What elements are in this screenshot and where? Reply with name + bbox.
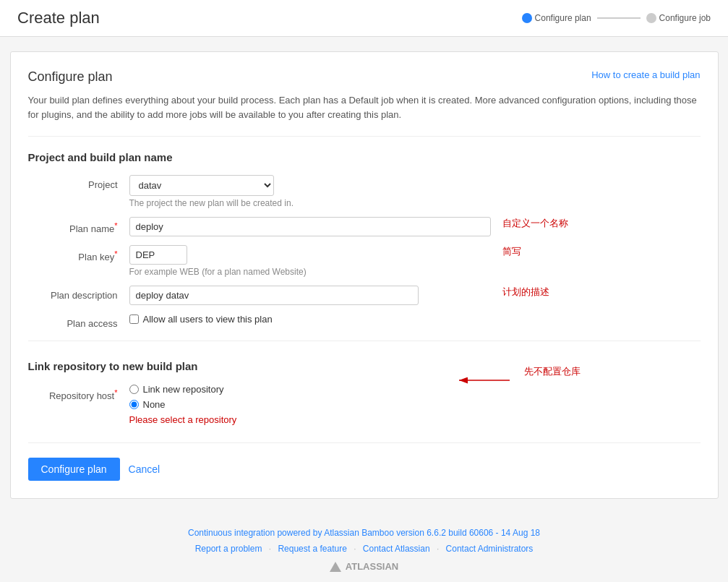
annotation-description: 计划的描述 xyxy=(502,286,549,299)
plan-access-label: Plan access xyxy=(28,314,129,329)
project-section-title: Project and build plan name xyxy=(28,151,701,163)
page-title: Create plan xyxy=(17,9,100,27)
plan-key-required: * xyxy=(114,249,117,258)
project-hint: The project the new plan will be created… xyxy=(129,198,491,208)
cancel-button[interactable]: Cancel xyxy=(129,463,160,475)
plan-name-required: * xyxy=(114,221,117,230)
radio-link-new-input[interactable] xyxy=(129,385,139,394)
plan-key-input[interactable] xyxy=(129,245,187,265)
radio-link-new-label: Link new repository xyxy=(143,384,224,395)
wizard-step-1: Configure plan xyxy=(522,13,591,23)
footer-request-feature[interactable]: Request a feature xyxy=(278,544,346,554)
separator2: · xyxy=(354,544,356,554)
repo-host-required: * xyxy=(114,388,117,397)
footer-report-problem[interactable]: Report a problem xyxy=(195,544,262,554)
wizard-step-2: Configure job xyxy=(646,13,711,23)
footer-links: Report a problem · Request a feature · C… xyxy=(14,544,714,554)
configure-plan-button[interactable]: Configure plan xyxy=(28,458,120,481)
step-connector xyxy=(597,17,641,19)
plan-access-checkbox[interactable] xyxy=(129,314,139,324)
radio-none: None xyxy=(129,399,491,410)
radio-none-input[interactable] xyxy=(129,400,139,409)
section-header: Configure plan How to create a build pla… xyxy=(28,69,701,85)
plan-description-control-wrap xyxy=(129,286,491,305)
plan-key-hint: For example WEB (for a plan named Websit… xyxy=(129,267,491,277)
step2-label: Configure job xyxy=(659,13,711,23)
project-select[interactable]: datav xyxy=(129,175,274,196)
footer-powered-by: Continuous integration powered by Atlass… xyxy=(14,528,714,538)
separator1: · xyxy=(269,544,271,554)
plan-access-row: Plan access Allow all users to view this… xyxy=(28,314,701,329)
step1-dot xyxy=(522,13,532,23)
wizard-steps: Configure plan Configure job xyxy=(522,13,711,23)
annotation-repo: 先不配置仓库 xyxy=(524,365,581,378)
plan-description-label: Plan description xyxy=(28,286,129,301)
repository-host-row: Repository host* Link new repository Non… xyxy=(28,384,701,425)
radio-link-new: Link new repository xyxy=(129,384,491,395)
radio-none-label: None xyxy=(143,399,166,410)
step2-dot xyxy=(646,13,656,23)
step1-label: Configure plan xyxy=(535,13,591,23)
repo-section-title: Link repository to new build plan xyxy=(28,360,701,372)
footer-powered-link[interactable]: Continuous integration powered by Atlass… xyxy=(188,528,540,538)
atlassian-brand: ATLASSIAN xyxy=(346,561,398,572)
footer-contact-atlassian[interactable]: Contact Atlassian xyxy=(363,544,430,554)
repo-section: Link repository to new build plan Reposi… xyxy=(28,341,701,425)
project-label: Project xyxy=(28,175,129,190)
actions-row: Configure plan Cancel xyxy=(28,442,701,481)
help-link[interactable]: How to create a build plan xyxy=(591,69,700,80)
repository-host-label: Repository host* xyxy=(28,384,129,401)
top-header: Create plan Configure plan Configure job xyxy=(0,0,728,37)
plan-name-label: Plan name* xyxy=(28,217,129,234)
annotation-name: 自定义一个名称 xyxy=(502,217,568,230)
description-text: Your build plan defines everything about… xyxy=(28,93,701,137)
please-select-text: Please select a repository xyxy=(129,414,491,425)
repository-host-control: Link new repository None Please select a… xyxy=(129,384,491,425)
plan-key-row: Plan key* For example WEB (for a plan na… xyxy=(28,245,701,277)
separator3: · xyxy=(437,544,439,554)
project-control-wrap: datav The project the new plan will be c… xyxy=(129,175,491,208)
plan-name-input[interactable] xyxy=(129,217,491,236)
plan-name-control-wrap xyxy=(129,217,491,236)
radio-group: Link new repository None xyxy=(129,384,491,410)
plan-access-control-wrap: Allow all users to view this plan xyxy=(129,314,491,325)
plan-description-row: Plan description 计划的描述 xyxy=(28,286,701,305)
annotation-key: 简写 xyxy=(502,245,521,258)
plan-name-row: Plan name* 自定义一个名称 xyxy=(28,217,701,236)
footer: Continuous integration powered by Atlass… xyxy=(0,513,728,582)
main-content: Configure plan How to create a build pla… xyxy=(10,51,719,499)
footer-contact-administrators[interactable]: Contact Administrators xyxy=(446,544,534,554)
arrow-icon xyxy=(452,369,510,391)
project-row: Project datav The project the new plan w… xyxy=(28,175,701,208)
atlassian-triangle-icon xyxy=(330,562,341,572)
configure-plan-title: Configure plan xyxy=(28,69,113,85)
plan-key-control-wrap: For example WEB (for a plan named Websit… xyxy=(129,245,491,277)
plan-description-input[interactable] xyxy=(129,286,419,305)
atlassian-logo: ATLASSIAN xyxy=(14,561,714,572)
plan-key-label: Plan key* xyxy=(28,245,129,262)
plan-access-checkbox-label: Allow all users to view this plan xyxy=(143,314,273,325)
